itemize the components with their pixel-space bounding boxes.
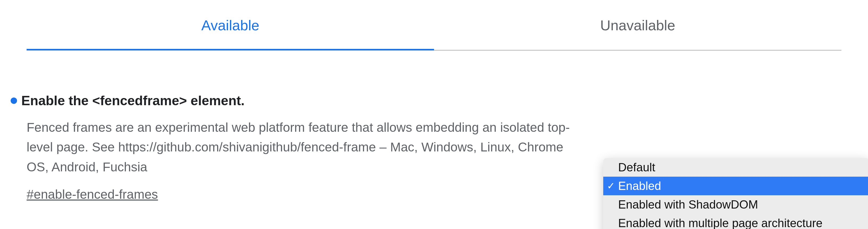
flag-title: Enable the <fencedframe> element. (21, 93, 245, 108)
modified-indicator-icon (11, 98, 17, 104)
flag-entry: Enable the <fencedframe> element. Fenced… (11, 50, 857, 202)
tab-available[interactable]: Available (27, 0, 434, 50)
dropdown-option-shadowdom[interactable]: Enabled with ShadowDOM (603, 195, 868, 214)
tab-bar: Available Unavailable (27, 0, 841, 50)
flag-hash-link[interactable]: #enable-fenced-frames (27, 187, 158, 202)
dropdown-option-multiple-page[interactable]: Enabled with multiple page architecture (603, 214, 868, 229)
flag-dropdown[interactable]: Default Enabled Enabled with ShadowDOM E… (603, 158, 868, 229)
dropdown-option-default[interactable]: Default (603, 158, 868, 177)
tab-unavailable[interactable]: Unavailable (434, 0, 841, 50)
dropdown-option-enabled[interactable]: Enabled (603, 177, 868, 195)
flag-description: Fenced frames are an experimental web pl… (27, 118, 585, 177)
